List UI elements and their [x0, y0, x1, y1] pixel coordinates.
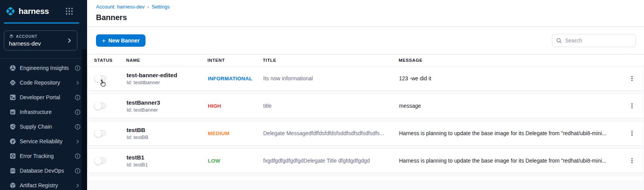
service-reliability-icon [9, 138, 16, 145]
banner-title: Delegate Messagedfdffdsfdfdsfsddfsdfsdfs… [263, 130, 399, 136]
sidebar-item[interactable]: Artifact Registry [0, 178, 87, 190]
banner-intent: MEDIUM [208, 131, 263, 136]
logo-row: harness [0, 0, 87, 22]
column-header-intent: INTENT [207, 58, 263, 63]
chevron-right-icon [75, 80, 80, 85]
sidebar-item[interactable]: Service Reliability [0, 134, 87, 149]
row-menu-button[interactable] [627, 128, 637, 139]
banner-intent: HIGH [208, 103, 263, 109]
sidebar-item[interactable]: Code Repository [0, 75, 87, 90]
column-header-status: STATUS [94, 58, 126, 63]
banner-id: Id: testBanner [127, 107, 208, 113]
database-devops-icon [9, 167, 16, 175]
main-content: Account: harness-dev › Settings Banners … [87, 0, 644, 190]
search-icon [556, 38, 562, 44]
row-menu-button[interactable] [627, 100, 637, 111]
breadcrumb: Account: harness-dev › Settings [96, 4, 644, 10]
app-window: harness ACCOUNT harness-dev [0, 0, 644, 190]
banner-title: title [263, 103, 399, 109]
column-header-name: NAME [126, 58, 207, 63]
chevron-right-icon [75, 183, 80, 188]
account-selector[interactable]: ACCOUNT harness-dev [4, 31, 77, 51]
info-icon[interactable] [75, 124, 80, 130]
error-tracking-icon [9, 153, 16, 160]
sidebar-item[interactable]: Database DevOps [0, 163, 87, 178]
sidebar-item[interactable]: Infrastructure [0, 105, 87, 119]
row-menu-button[interactable] [627, 73, 637, 84]
status-toggle[interactable] [94, 158, 106, 164]
banner-intent: INFORMATIONAL [208, 76, 263, 81]
kebab-icon [629, 103, 635, 109]
banner-message: message [399, 103, 627, 109]
row-menu-button[interactable] [627, 155, 637, 166]
column-header-title: TITLE [263, 58, 399, 63]
table-header-row: STATUS NAME INTENT TITLE MESSAGE [87, 54, 644, 66]
sidebar-item[interactable]: Supply Chain [0, 119, 87, 134]
chevron-right-icon [75, 139, 80, 144]
sidebar-item[interactable]: Engineering Insights [0, 61, 87, 75]
info-icon[interactable] [75, 109, 80, 115]
banner-message: Harness is planning to update the base i… [399, 158, 627, 164]
info-icon[interactable] [75, 168, 80, 174]
sidebar-item[interactable]: Error Tracking [0, 149, 87, 163]
sidebar-scrollbar[interactable] [82, 49, 87, 190]
toolbar: + New Banner [87, 27, 644, 54]
banner-message: Harness is planning to update the base i… [399, 130, 627, 136]
info-icon[interactable] [75, 95, 80, 100]
artifact-registry-icon [9, 182, 16, 189]
banner-name: test-banner-edited [127, 72, 208, 78]
banner-intent: LOW [208, 158, 263, 164]
harness-logo-icon [5, 6, 16, 17]
page-title: Banners [96, 13, 644, 22]
logo-wordmark: harness [19, 7, 65, 16]
status-toggle[interactable] [94, 130, 106, 136]
partial-next-row [88, 176, 644, 182]
breadcrumb-separator: › [147, 4, 149, 10]
status-toggle[interactable] [94, 75, 106, 81]
info-icon[interactable] [75, 153, 80, 159]
table-row[interactable]: testB1 Id: testB1 LOW fxgdfgdfgdfgdfgdDe… [88, 148, 644, 173]
banner-id: Id: testitbanner [127, 80, 208, 85]
app-grid-icon[interactable] [65, 7, 73, 15]
plus-icon: + [102, 37, 106, 44]
banner-id: Id: testBB [127, 134, 208, 140]
infrastructure-icon [9, 109, 16, 116]
table-rows: test-banner-edited Id: testitbanner INFO… [87, 66, 644, 176]
sidebar: harness ACCOUNT harness-dev [0, 0, 87, 190]
supply-chain-icon [9, 123, 16, 131]
account-label: ACCOUNT [16, 34, 38, 39]
banner-title: Its now informational [263, 75, 399, 81]
column-header-message: MESSAGE [399, 58, 627, 63]
engineering-insights-icon [9, 64, 16, 72]
info-icon[interactable] [75, 65, 80, 71]
table-row[interactable]: testBanner3 Id: testBanner HIGH title me… [88, 93, 644, 118]
new-banner-label: New Banner [108, 37, 140, 44]
logo-underline [4, 22, 79, 24]
page-header: Account: harness-dev › Settings Banners [87, 0, 644, 27]
table-row[interactable]: testBB Id: testBB MEDIUM Delegate Messag… [88, 121, 644, 146]
chevron-right-icon [66, 37, 72, 44]
table-row[interactable]: test-banner-edited Id: testitbanner INFO… [88, 66, 644, 91]
breadcrumb-settings-link[interactable]: Settings [152, 4, 170, 10]
banner-name: testBB [127, 127, 208, 133]
banner-message: 123 -we did it [399, 75, 627, 81]
banner-name: testBanner3 [127, 99, 208, 106]
banner-title: fxgdfgdfgdfgdfgdDelegate Title dfgfdgdfg… [263, 158, 399, 164]
account-name: harness-dev [9, 40, 66, 47]
banner-name: testB1 [127, 154, 208, 161]
banner-id: Id: testB1 [127, 162, 208, 168]
kebab-icon [629, 130, 635, 136]
sidebar-nav: Engineering Insights Code Repository [0, 59, 87, 190]
kebab-icon [629, 158, 635, 164]
kebab-icon [629, 75, 635, 81]
breadcrumb-account-link[interactable]: Account: harness-dev [96, 4, 145, 10]
status-toggle[interactable] [94, 103, 106, 109]
search-box [552, 34, 636, 47]
account-layers-icon [9, 34, 14, 39]
banners-table: STATUS NAME INTENT TITLE MESSAGE test-ba… [87, 54, 644, 190]
developer-portal-icon [9, 94, 16, 101]
search-input[interactable] [565, 37, 632, 44]
code-repository-icon [9, 79, 16, 87]
new-banner-button[interactable]: + New Banner [96, 34, 146, 47]
sidebar-item[interactable]: Developer Portal [0, 90, 87, 105]
